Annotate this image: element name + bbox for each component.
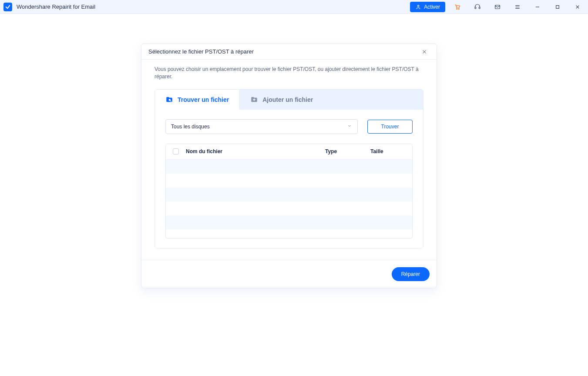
support-icon[interactable] xyxy=(470,1,485,13)
svg-rect-4 xyxy=(479,7,480,9)
chevron-down-icon xyxy=(347,123,352,130)
find-file-icon xyxy=(165,96,173,104)
tab-add-file[interactable]: Ajouter un fichier xyxy=(240,90,323,110)
table-row xyxy=(166,174,412,188)
col-header-type: Type xyxy=(325,148,364,154)
col-header-name: Nom du fichier xyxy=(185,148,319,154)
svg-rect-6 xyxy=(556,5,559,8)
modal-header: Sélectionnez le fichier PST/OST à répare… xyxy=(141,44,437,60)
tab-find-label: Trouver un fichier xyxy=(178,96,229,103)
tab-add-label: Ajouter un fichier xyxy=(262,96,313,103)
modal-description: Vous pouvez choisir un emplacement pour … xyxy=(155,66,423,81)
svg-point-2 xyxy=(459,8,460,9)
drive-select-value: Tous les disques xyxy=(171,124,210,130)
svg-point-1 xyxy=(457,8,457,9)
tab-find-file[interactable]: Trouver un fichier xyxy=(155,90,240,110)
modal-close-icon[interactable] xyxy=(419,47,430,57)
table-row xyxy=(166,160,412,174)
table-row xyxy=(166,201,412,215)
window-maximize-icon[interactable] xyxy=(550,1,565,13)
table-row xyxy=(166,188,412,201)
svg-rect-3 xyxy=(475,7,476,9)
select-all-checkbox[interactable] xyxy=(173,148,179,154)
table-row xyxy=(166,229,412,238)
find-button[interactable]: Trouver xyxy=(367,120,413,134)
app-title: Wondershare Repairit for Email xyxy=(17,3,95,10)
app-logo-icon xyxy=(3,3,12,11)
cart-icon[interactable] xyxy=(450,1,465,13)
drive-select[interactable]: Tous les disques xyxy=(165,119,358,134)
svg-point-0 xyxy=(418,5,420,6)
table-row xyxy=(166,215,412,229)
table-header: Nom du fichier Type Taille xyxy=(166,144,412,160)
mail-icon[interactable] xyxy=(490,1,505,13)
modal-title: Sélectionnez le fichier PST/OST à répare… xyxy=(148,48,254,55)
modal-footer: Réparer xyxy=(141,260,437,288)
add-file-icon xyxy=(250,96,258,104)
col-header-size: Taille xyxy=(370,148,405,154)
titlebar: Wondershare Repairit for Email Activer xyxy=(0,0,588,14)
activate-button[interactable]: Activer xyxy=(410,2,445,12)
tabs: Trouver un fichier Ajouter un fichier xyxy=(155,90,423,110)
controls-row: Tous les disques Trouver xyxy=(165,119,413,134)
results-table: Nom du fichier Type Taille xyxy=(165,144,413,238)
window-minimize-icon[interactable] xyxy=(530,1,545,13)
activate-label: Activer xyxy=(424,4,440,10)
select-file-modal: Sélectionnez le fichier PST/OST à répare… xyxy=(141,44,437,288)
menu-icon[interactable] xyxy=(510,1,525,13)
tab-card: Trouver un fichier Ajouter un fichier To… xyxy=(155,89,423,248)
window-close-icon[interactable] xyxy=(570,1,585,13)
modal-body: Vous pouvez choisir un emplacement pour … xyxy=(141,60,437,260)
tab-content: Tous les disques Trouver Nom du fichier … xyxy=(155,110,423,248)
repair-button[interactable]: Réparer xyxy=(392,267,430,281)
